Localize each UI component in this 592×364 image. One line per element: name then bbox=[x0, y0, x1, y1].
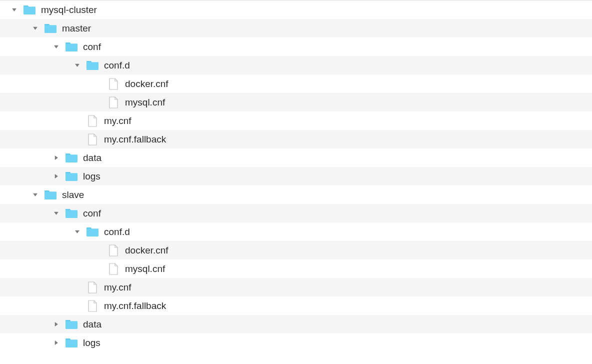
tree-item-label: master bbox=[62, 23, 91, 34]
folder-icon bbox=[65, 207, 78, 220]
tree-item-label: logs bbox=[83, 338, 100, 348]
tree-item-label: conf.d bbox=[104, 226, 130, 238]
tree-item-label: my.cnf bbox=[104, 116, 132, 126]
tree-item-label: slave bbox=[62, 190, 84, 200]
file-icon bbox=[86, 300, 99, 312]
tree-row[interactable]: data bbox=[0, 148, 592, 167]
tree-row[interactable]: conf bbox=[0, 204, 592, 222]
tree-item-label: conf bbox=[83, 42, 101, 52]
file-icon bbox=[86, 133, 99, 146]
tree-row[interactable]: docker.cnf bbox=[0, 74, 592, 93]
tree-row[interactable]: master bbox=[0, 19, 592, 38]
chevron-right-icon[interactable] bbox=[52, 172, 60, 180]
tree-row[interactable]: docker.cnf bbox=[0, 241, 592, 260]
tree-row[interactable]: logs bbox=[0, 334, 592, 352]
chevron-down-icon[interactable] bbox=[52, 210, 60, 218]
chevron-down-icon[interactable] bbox=[31, 24, 39, 32]
tree-row[interactable]: slave bbox=[0, 186, 592, 204]
tree-row[interactable]: mysql.cnf bbox=[0, 260, 592, 278]
tree-item-label: data bbox=[83, 152, 102, 164]
tree-row[interactable]: conf.d bbox=[0, 222, 592, 241]
folder-icon bbox=[44, 22, 57, 35]
tree-row[interactable]: my.cnf bbox=[0, 278, 592, 296]
file-icon bbox=[86, 281, 99, 294]
folder-icon bbox=[23, 4, 36, 16]
tree-row[interactable]: my.cnf.fallback bbox=[0, 296, 592, 315]
folder-icon bbox=[86, 59, 99, 72]
tree-row[interactable]: my.cnf.fallback bbox=[0, 130, 592, 148]
chevron-right-icon[interactable] bbox=[52, 320, 60, 328]
tree-row[interactable]: conf.d bbox=[0, 56, 592, 74]
tree-item-label: docker.cnf bbox=[125, 245, 168, 256]
folder-icon bbox=[65, 152, 78, 164]
folder-icon bbox=[65, 336, 78, 350]
folder-icon bbox=[65, 170, 78, 183]
tree-item-label: docker.cnf bbox=[125, 78, 168, 90]
tree-item-label: conf bbox=[83, 208, 101, 219]
tree-row[interactable]: my.cnf bbox=[0, 112, 592, 130]
tree-item-label: mysql.cnf bbox=[125, 97, 165, 108]
tree-row[interactable]: conf bbox=[0, 38, 592, 56]
tree-item-label: my.cnf.fallback bbox=[104, 134, 166, 145]
file-tree: mysql-cluster master conf conf.d docker.… bbox=[0, 0, 592, 352]
file-icon bbox=[107, 78, 120, 90]
tree-row[interactable]: mysql.cnf bbox=[0, 93, 592, 112]
tree-item-label: logs bbox=[83, 171, 100, 182]
file-icon bbox=[107, 96, 120, 109]
chevron-down-icon[interactable] bbox=[31, 191, 39, 199]
tree-item-label: mysql-cluster bbox=[41, 4, 97, 16]
chevron-down-icon[interactable] bbox=[52, 43, 60, 51]
tree-item-label: my.cnf bbox=[104, 282, 132, 293]
file-icon bbox=[107, 244, 120, 257]
tree-item-label: conf.d bbox=[104, 60, 130, 71]
chevron-right-icon[interactable] bbox=[52, 339, 60, 347]
tree-row[interactable]: logs bbox=[0, 167, 592, 186]
tree-item-label: my.cnf.fallback bbox=[104, 300, 166, 312]
folder-icon bbox=[65, 318, 78, 331]
folder-icon bbox=[65, 40, 78, 54]
file-icon bbox=[107, 262, 120, 276]
chevron-down-icon[interactable] bbox=[73, 228, 81, 236]
chevron-right-icon[interactable] bbox=[52, 154, 60, 162]
file-icon bbox=[86, 114, 99, 128]
tree-row[interactable]: mysql-cluster bbox=[0, 0, 592, 19]
folder-icon bbox=[44, 188, 57, 202]
tree-item-label: mysql.cnf bbox=[125, 264, 165, 274]
tree-row[interactable]: data bbox=[0, 315, 592, 334]
chevron-down-icon[interactable] bbox=[73, 62, 81, 70]
tree-item-label: data bbox=[83, 319, 102, 330]
chevron-down-icon[interactable] bbox=[10, 6, 18, 14]
folder-icon bbox=[86, 226, 99, 238]
